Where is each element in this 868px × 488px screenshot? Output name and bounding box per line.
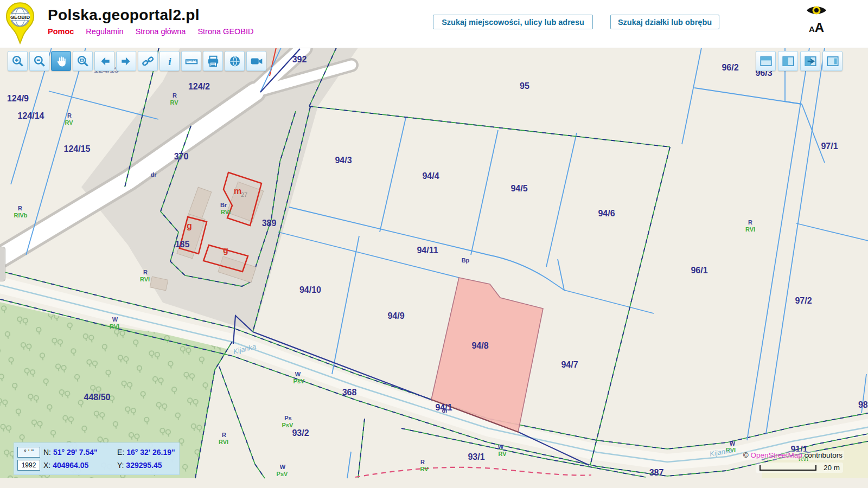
map-label: RV	[170, 99, 178, 106]
cadastral-map[interactable]: 124/9124/14124/15124/13124/2392370185389…	[0, 48, 868, 488]
map-label: RVI	[140, 276, 150, 282]
logo-text: GEOBID	[10, 15, 30, 20]
map-label: dr	[151, 171, 157, 178]
map-label: RIVb	[14, 212, 27, 219]
search-parcel-button[interactable]: Szukaj działki lub obrębu	[610, 15, 719, 29]
view-previous-button[interactable]	[94, 51, 114, 71]
openstreetmap-link[interactable]: OpenStreetMap	[750, 451, 802, 459]
parcel-label: 94/10	[299, 285, 321, 294]
info-button[interactable]: i	[159, 51, 180, 71]
zoom-window-button[interactable]	[73, 51, 93, 71]
nav-regulamin[interactable]: Regulamin	[86, 27, 123, 36]
nav-pomoc[interactable]: Pomoc	[48, 27, 74, 36]
map-label: 27	[241, 191, 247, 198]
map-label: RV	[498, 451, 507, 457]
arrow-left-icon	[98, 54, 112, 68]
layout-top-panel-button[interactable]	[756, 51, 776, 71]
header: GEOBID Polska.geoportal2.pl Pomoc Regula…	[0, 0, 868, 48]
parcel-label: 392	[292, 55, 307, 64]
parcel-label: 124/9	[7, 94, 29, 103]
parcel-label: 94/3	[335, 156, 352, 165]
parcel-label: 94/5	[510, 184, 527, 193]
lat-value: 51° 29' 7.54"	[53, 448, 98, 457]
pan-button[interactable]	[51, 51, 71, 71]
view-next-button[interactable]	[116, 51, 136, 71]
parcel-label: 94/7	[561, 360, 578, 369]
measure-button[interactable]	[181, 51, 201, 71]
parcel-label: 94/8	[471, 341, 488, 350]
map-label: dr	[442, 407, 449, 414]
scale-bar-graphic	[759, 464, 819, 472]
globe-icon	[228, 54, 242, 68]
nav-strona-glowna[interactable]: Strona główna	[136, 27, 186, 36]
pan-hand-icon	[54, 54, 68, 68]
parcel-label: 94/11	[417, 246, 438, 255]
parcel-label: 96/2	[722, 63, 738, 72]
parcel-label: 368	[342, 388, 357, 397]
nav-strona-geobid[interactable]: Strona GEOBID	[197, 27, 253, 36]
slide-right-icon	[803, 54, 818, 68]
layout-right-panel-button[interactable]	[822, 51, 843, 71]
degrees-format-button[interactable]: ° ' "	[17, 447, 40, 458]
map-label: PsV	[293, 378, 305, 384]
y-label: Y:	[117, 461, 124, 470]
map-label: RVI	[110, 323, 119, 330]
map-label: RV	[420, 466, 429, 472]
map-label: R	[18, 205, 22, 211]
zoom-out-button[interactable]	[29, 51, 49, 71]
map-viewport[interactable]: 124/9124/14124/15124/13124/2392370185389…	[0, 48, 868, 488]
scale-label: 20 m	[824, 464, 840, 472]
zoom-in-icon	[11, 54, 25, 68]
map-label: R	[173, 92, 177, 99]
parcel-label: 97/2	[795, 296, 812, 305]
link-button[interactable]	[138, 51, 158, 71]
map-label: W	[280, 464, 286, 470]
contrast-eye-icon[interactable]	[806, 3, 827, 17]
slide-right-button[interactable]	[800, 51, 820, 71]
layout-left-panel-button[interactable]	[778, 51, 798, 71]
map-label: RVI	[221, 209, 231, 215]
map-label: Bp	[462, 257, 470, 264]
parcel-label: 124/2	[188, 82, 210, 91]
scale-bar: 20 m	[756, 463, 843, 473]
lat-label: N:	[43, 448, 51, 457]
search-address-button[interactable]: Szukaj miejscowości, ulicy lub adresu	[433, 15, 593, 29]
parcel-label: 93/2	[292, 428, 309, 438]
map-label: PsV	[277, 471, 288, 477]
map-label: RVI	[745, 226, 755, 233]
link-icon	[141, 54, 155, 68]
parcel-label: 370	[174, 152, 189, 161]
svg-text:i: i	[168, 55, 171, 67]
layout-top-icon	[759, 54, 773, 68]
lon-label: E:	[117, 448, 124, 457]
parcel-label: 95	[520, 81, 529, 91]
coordinates-panel: ° ' " N: 51° 29' 7.54" E: 16° 32' 26.19"…	[14, 442, 180, 475]
map-label: W	[295, 371, 301, 377]
zoom-out-icon	[33, 54, 47, 68]
main-nav: Pomoc Regulamin Strona główna Strona GEO…	[48, 27, 254, 36]
font-size-toggle[interactable]: AA	[804, 20, 829, 37]
map-label: Br	[220, 202, 227, 208]
map-label: g	[187, 221, 192, 230]
video-button[interactable]	[246, 51, 266, 71]
map-label: RVI	[219, 439, 228, 445]
panel-drag-handle[interactable]	[0, 247, 5, 281]
geobid-logo[interactable]: GEOBID	[4, 2, 36, 45]
map-label: W	[112, 316, 118, 323]
map-label: Ps	[284, 415, 291, 421]
accessibility-controls: AA	[804, 3, 829, 37]
ruler-icon	[184, 54, 199, 68]
world-button[interactable]	[225, 51, 245, 71]
parcel-label: 97/1	[821, 142, 838, 151]
print-button[interactable]	[203, 51, 223, 71]
zoom-in-button[interactable]	[8, 51, 28, 71]
parcel-label: 387	[649, 468, 664, 477]
parcel-label: 96/1	[691, 266, 707, 275]
parcel-label: 93/1	[468, 452, 484, 461]
zoom-window-icon	[76, 54, 90, 68]
page-title: Polska.geoportal2.pl	[48, 7, 200, 24]
map-label: R	[222, 432, 226, 438]
epsg-1992-button[interactable]: 1992	[17, 460, 40, 471]
map-label: PsV	[282, 422, 293, 428]
parcel-label: 185	[175, 240, 190, 249]
